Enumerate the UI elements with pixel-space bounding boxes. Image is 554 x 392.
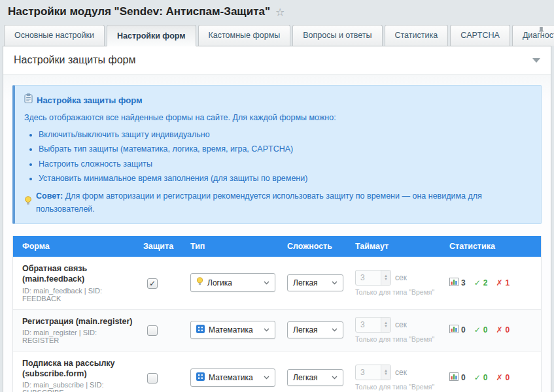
tab[interactable]: Настройки форм [107,25,196,46]
difficulty-select[interactable]: Легкая [287,369,343,386]
form-cell: Регистрация (main.register) ID: main_reg… [13,315,139,346]
form-id: ID: main_subscribe | SID: SUBSCRIBE [22,381,135,392]
column-header-form: Форма [13,236,139,257]
form-id: ID: main_feedback | SID: FEEDBACK [22,287,135,302]
protection-cell: ✓ [139,370,186,385]
difficulty-select-value: Легкая [293,325,318,335]
timeout-unit: сек [395,273,407,282]
table-header-row: Форма Защита Тип Сложность Таймаут Стати… [13,236,541,257]
info-bullet: Установить минимальное время заполнения … [39,172,530,185]
type-cell: Математика [186,367,283,388]
form-name: Обратная связь (main.feedback) [22,263,135,285]
stats-total: 0 [461,325,466,335]
math-keypad-icon [196,325,205,335]
tabs-container: Основные настройкиНастройки формКастомны… [4,25,554,46]
stats-pass: 0 [483,325,488,335]
spinner-arrows[interactable]: ▲▼ [381,318,390,332]
tab[interactable]: Статистика [385,25,449,46]
chevron-down-icon [264,328,269,332]
column-header-timeout: Таймаут [351,236,445,257]
timeout-note: Только для типа "Время" [355,288,441,296]
timeout-input[interactable] [356,318,381,332]
column-header-type: Тип [186,236,283,257]
difficulty-cell: Легкая [283,368,351,387]
timeout-note: Только для типа "Время" [355,383,441,391]
stats-cell: 0 ✓0 ✗0 [445,323,541,336]
form-id: ID: main_register | SID: REGISTER [22,329,135,344]
info-box-intro: Здесь отображаются все найденные формы н… [24,112,530,124]
column-header-stats: Статистика [445,236,541,257]
stats-total: 0 [461,373,466,382]
column-header-difficulty: Сложность [283,236,351,257]
spinner-arrows[interactable]: ▲▼ [381,270,390,285]
section-body: Настройка защиты форм Здесь отображаются… [3,74,551,392]
stats-cell: 3 ✓2 ✗1 [445,276,541,289]
info-bullet: Включить/выключить защиту индивидуально [39,129,530,141]
difficulty-select-value: Легкая [293,373,318,382]
favorite-star-icon[interactable]: ☆ [275,6,285,18]
stats-pass: 2 [483,278,488,287]
stats-total: 3 [461,278,466,287]
info-bullets: Включить/выключить защиту индивидуальноВ… [28,129,530,186]
type-cell: Математика [186,319,283,340]
timeout-input[interactable] [356,270,381,285]
type-select[interactable]: Логика [190,273,275,292]
difficulty-select-value: Легкая [293,278,318,287]
spinner-arrows[interactable]: ▲▼ [381,365,390,380]
protection-checkbox[interactable]: ✓ [147,325,158,336]
table-row: Подписка на рассылку (subscribe.form) ID… [13,351,541,392]
check-icon: ✓ [474,373,481,382]
difficulty-select[interactable]: Легкая [287,274,343,291]
tip-label: Совет: [36,191,63,201]
info-bullet: Настроить сложность защиты [39,158,530,171]
info-tip: Совет: Для форм авторизации и регистраци… [24,190,530,216]
lightbulb-icon [24,196,32,210]
timeout-note: Только для типа "Время" [355,335,441,343]
type-select-value: Математика [209,373,253,382]
type-select-value: Математика [209,325,253,335]
tab[interactable]: Вопросы и ответы [292,25,382,46]
section-title: Настройки защиты форм [14,54,135,66]
info-box-title: Настройка защиты форм [37,94,143,107]
tip-text: Совет: Для форм авторизации и регистраци… [36,190,530,216]
difficulty-cell: Легкая [283,273,351,293]
protection-cell: ✓ [139,276,186,290]
form-cell: Обратная связь (main.feedback) ID: main_… [13,262,139,304]
info-bullet: Выбрать тип защиты (математика, логика, … [39,143,530,155]
table-row: Обратная связь (main.feedback) ID: main_… [13,257,541,310]
difficulty-cell: Легкая [283,320,351,340]
timeout-cell: ▲▼ сек Только для типа "Время" [351,316,445,344]
lightbulb-icon [196,277,203,288]
stats-pass: 0 [483,373,488,382]
check-icon: ✓ [474,278,481,287]
collapse-section-icon[interactable] [532,58,540,63]
math-keypad-icon [196,372,205,383]
chevron-down-icon [332,281,338,285]
clipboard-icon [24,93,33,107]
type-select[interactable]: Математика [190,321,275,339]
timeout-cell: ▲▼ сек Только для типа "Время" [351,363,445,392]
protection-checkbox[interactable]: ✓ [147,373,158,384]
type-select-value: Логика [207,278,232,287]
stats-fail: 0 [506,373,510,382]
check-icon: ✓ [474,325,481,335]
cross-icon: ✗ [496,278,502,287]
timeout-unit: сек [395,320,407,329]
tab[interactable]: CAPTCHA [450,25,510,46]
tab[interactable]: Кастомные формы [198,25,291,46]
cross-icon: ✗ [496,373,502,382]
difficulty-select[interactable]: Легкая [287,321,343,338]
tab[interactable]: Диагностика [512,25,554,46]
stats-cell: 0 ✓0 ✗0 [445,371,541,384]
protection-cell: ✓ [139,323,186,337]
tab[interactable]: Основные настройки [4,25,105,46]
pin-icon[interactable] [538,26,545,40]
timeout-input[interactable] [356,365,381,380]
chevron-down-icon [264,281,269,285]
chevron-down-icon [264,376,269,380]
stats-fail: 0 [506,325,510,335]
protection-checkbox[interactable]: ✓ [147,278,158,289]
type-select[interactable]: Математика [190,368,275,387]
tab-bar: Основные настройкиНастройки формКастомны… [0,21,554,46]
content-panel: Настройки защиты форм Настройка защиты ф… [3,46,551,392]
